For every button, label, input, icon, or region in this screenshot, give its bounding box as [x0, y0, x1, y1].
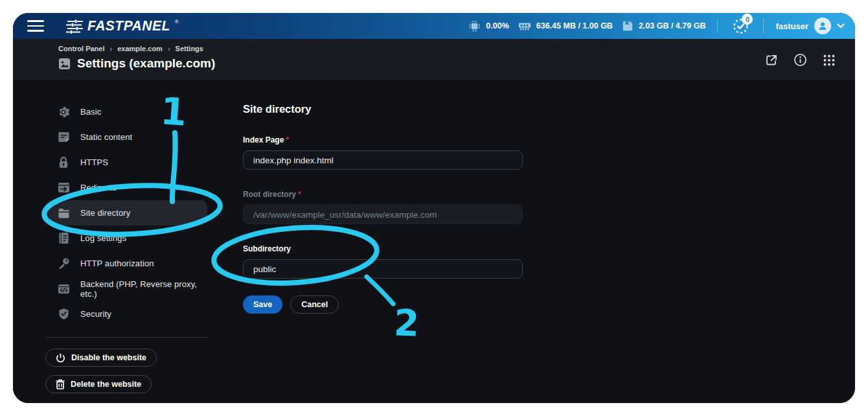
sidebar-item-log-settings[interactable]: Log settings	[45, 225, 207, 251]
sidebar-item-label: Static content	[80, 132, 132, 142]
ram-icon	[518, 21, 531, 31]
root-directory-input	[243, 205, 523, 224]
sidebar-item-redirects[interactable]: Redirects	[45, 175, 207, 200]
root-directory-field: Root directory*	[243, 188, 523, 224]
site-image-icon	[58, 58, 71, 70]
notification-count-badge: 0	[742, 14, 753, 25]
sidebar-item-label: Basic	[80, 107, 101, 117]
topbar-divider	[717, 19, 718, 33]
required-mark: *	[286, 135, 289, 144]
index-page-input[interactable]	[243, 150, 523, 170]
delete-website-button[interactable]: Delete the website	[45, 375, 152, 393]
disable-website-label: Disable the website	[71, 353, 146, 362]
subdirectory-input[interactable]	[243, 259, 523, 279]
sidebar-item-backend[interactable]: Backend (PHP, Reverse proxy, etc.)	[45, 276, 207, 301]
shield-icon	[56, 308, 71, 320]
avatar	[814, 17, 831, 34]
breadcrumb-site[interactable]: example.com	[117, 45, 163, 52]
disable-website-button[interactable]: Disable the website	[45, 349, 157, 367]
registered-mark: ®	[175, 19, 179, 25]
required-mark: *	[298, 190, 301, 199]
redirect-icon	[56, 182, 71, 193]
cpu-icon	[468, 20, 481, 32]
page-header: Control Panel › example.com › Settings S…	[13, 39, 855, 80]
lock-icon	[56, 156, 71, 168]
folder-icon	[56, 208, 71, 218]
sidebar-item-basic[interactable]: Basic	[45, 99, 207, 124]
cancel-button[interactable]: Cancel	[290, 295, 339, 314]
breadcrumb-control-panel[interactable]: Control Panel	[58, 45, 105, 52]
breadcrumb-separator: ›	[168, 45, 170, 52]
log-icon	[56, 232, 71, 244]
key-icon	[56, 257, 71, 270]
root-directory-label: Root directory	[243, 190, 296, 199]
sidebar-item-site-directory[interactable]: Site directory	[45, 200, 207, 225]
notifications-button[interactable]: 0	[729, 15, 751, 37]
power-icon	[56, 353, 65, 363]
hamburger-menu-icon[interactable]	[27, 20, 44, 32]
open-external-icon[interactable]	[765, 54, 778, 67]
index-page-label: Index Page	[243, 135, 284, 144]
topbar-divider	[763, 19, 764, 33]
form-title: Site directory	[243, 103, 855, 115]
sidebar-item-label: Log settings	[80, 233, 126, 243]
disk-icon	[622, 20, 634, 32]
app-window: FASTPANEL ® 0.00% 636.45 MB / 1.00 GB	[13, 13, 855, 403]
page-title: Settings (example.com)	[77, 56, 215, 71]
user-menu[interactable]: fastuser	[775, 17, 845, 34]
delete-website-label: Delete the website	[71, 380, 141, 389]
site-directory-panel: Site directory Index Page* Root director…	[220, 80, 855, 403]
sidebar-item-static-content[interactable]: Static content	[45, 124, 207, 150]
breadcrumb-separator: ›	[110, 45, 113, 52]
apps-grid-icon[interactable]	[823, 54, 836, 67]
note-icon	[56, 131, 71, 143]
sidebar-item-label: HTTP authorization	[80, 259, 154, 268]
index-page-field: Index Page*	[243, 133, 523, 170]
code-icon	[56, 284, 71, 294]
top-bar: FASTPANEL ® 0.00% 636.45 MB / 1.00 GB	[13, 13, 855, 39]
subdirectory-label: Subdirectory	[243, 244, 291, 253]
fastpanel-logo[interactable]: FASTPANEL ®	[66, 18, 179, 34]
sliders-icon	[66, 19, 83, 34]
sidebar-item-label: HTTPS	[80, 157, 108, 167]
sidebar-item-label: Security	[80, 309, 111, 319]
ram-value: 636.45 MB / 1.00 GB	[536, 21, 613, 30]
chevron-down-icon	[837, 23, 845, 29]
brand-name: FASTPANEL	[87, 17, 170, 34]
cpu-usage: 0.00%	[468, 20, 508, 32]
sidebar-item-http-authorization[interactable]: HTTP authorization	[45, 251, 207, 276]
sidebar-item-label: Backend (PHP, Reverse proxy, etc.)	[80, 279, 201, 299]
person-icon	[817, 21, 828, 31]
trash-icon	[56, 379, 65, 389]
save-button[interactable]: Save	[243, 295, 282, 314]
ram-usage: 636.45 MB / 1.00 GB	[518, 21, 613, 31]
breadcrumb-settings: Settings	[176, 45, 203, 52]
sidebar-divider	[45, 337, 207, 338]
settings-sidebar: Basic Static content HTTPS Redirects	[13, 80, 220, 403]
cpu-value: 0.00%	[486, 21, 508, 30]
disk-value: 2.03 GB / 4.79 GB	[639, 21, 706, 30]
sidebar-item-https[interactable]: HTTPS	[45, 150, 207, 175]
sidebar-item-security[interactable]: Security	[45, 301, 207, 327]
username: fastuser	[775, 21, 808, 31]
gear-icon	[56, 106, 71, 119]
disk-usage: 2.03 GB / 4.79 GB	[622, 20, 706, 32]
breadcrumb: Control Panel › example.com › Settings	[58, 45, 837, 52]
info-icon[interactable]	[794, 53, 807, 67]
subdirectory-field: Subdirectory	[243, 242, 523, 279]
sidebar-item-label: Redirects	[80, 183, 117, 192]
sidebar-item-label: Site directory	[80, 208, 130, 218]
